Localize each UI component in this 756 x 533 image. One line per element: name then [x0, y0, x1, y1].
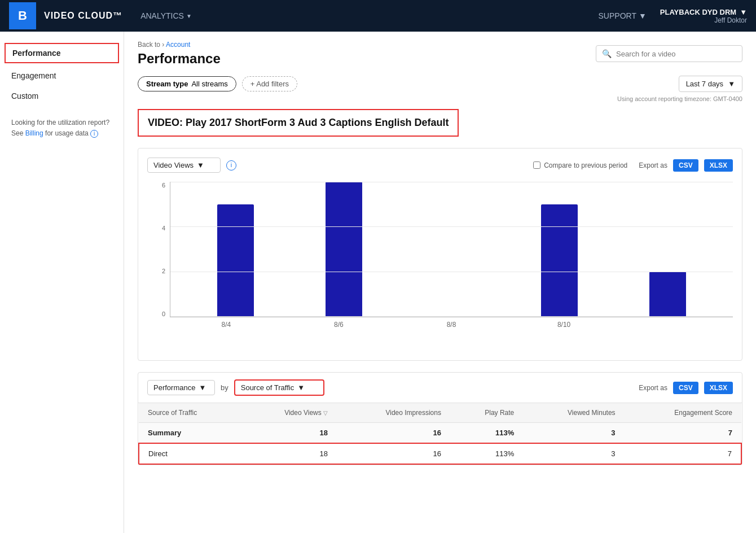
data-table: Source of Traffic Video Views ▽ Video Im… — [138, 403, 742, 465]
add-filter-button[interactable]: + Add filters — [242, 76, 297, 91]
table-toolbar: Performance ▼ by Source of Traffic ▼ Exp… — [138, 373, 742, 403]
x-tick-8-4: 8/4 — [170, 321, 283, 329]
y-tick-4: 4 — [162, 225, 165, 231]
bar-chart — [170, 182, 733, 317]
sidebar-util: Looking for the utilization report? See … — [0, 106, 124, 139]
analytics-menu[interactable]: ANALYTICS ▼ — [140, 11, 192, 20]
support-caret-icon: ▼ — [639, 11, 647, 20]
table-row-direct: Direct 18 16 113% 3 7 — [139, 443, 741, 464]
summary-video-views: 18 — [242, 423, 337, 444]
top-navigation: B VIDEO CLOUD™ ANALYTICS ▼ SUPPORT ▼ PLA… — [0, 0, 756, 32]
export-xlsx-button[interactable]: XLSX — [704, 159, 733, 172]
account-menu[interactable]: PLAYBACK DYD DRM ▼ Jeff Doktor — [660, 8, 747, 24]
summary-video-impressions: 16 — [337, 423, 450, 444]
info-icon[interactable]: i — [90, 130, 98, 138]
sort-icon: ▽ — [323, 410, 328, 416]
dimension-caret-icon: ▼ — [297, 383, 305, 392]
chart-section: Video Views ▼ i Compare to previous peri… — [138, 148, 742, 361]
summary-engagement-score: 7 — [625, 423, 741, 444]
sidebar-item-custom[interactable]: Custom — [0, 86, 124, 106]
summary-viewed-minutes: 3 — [523, 423, 624, 444]
direct-engagement-score: 7 — [625, 443, 741, 464]
by-label: by — [221, 383, 228, 392]
bar-8-6 — [326, 182, 362, 317]
dimension-dropdown[interactable]: Source of Traffic ▼ — [234, 379, 324, 396]
x-tick-8-8: 8/8 — [395, 321, 508, 329]
direct-play-rate: 113% — [450, 443, 523, 464]
billing-link[interactable]: Billing — [25, 129, 43, 137]
direct-video-views: 18 — [242, 443, 337, 464]
export-csv-button[interactable]: CSV — [673, 159, 698, 172]
main-content: Back to › Account Performance 🔍 Stream t… — [124, 32, 756, 533]
col-video-views[interactable]: Video Views ▽ — [242, 403, 337, 423]
chart-toolbar: Video Views ▼ i Compare to previous peri… — [147, 158, 733, 173]
brand-name: VIDEO CLOUD™ — [44, 11, 122, 21]
x-tick-8-6: 8/6 — [283, 321, 395, 329]
y-tick-6: 6 — [162, 182, 165, 189]
summary-source: Summary — [139, 423, 242, 444]
sidebar: Performance Engagement Custom Looking fo… — [0, 32, 124, 533]
toolbar-row: Stream type All streams + Add filters La… — [138, 76, 742, 92]
col-video-impressions[interactable]: Video Impressions — [337, 403, 450, 423]
support-menu[interactable]: SUPPORT ▼ — [599, 11, 647, 20]
table-header-row: Source of Traffic Video Views ▽ Video Im… — [139, 403, 741, 423]
summary-play-rate: 113% — [450, 423, 523, 444]
compare-checkbox[interactable] — [533, 161, 540, 169]
x-axis: 8/4 8/6 8/8 8/10 — [170, 317, 733, 329]
x-tick-empty — [620, 321, 733, 329]
chart-info-icon[interactable]: i — [226, 160, 236, 171]
bar-8-10-a — [541, 204, 578, 317]
brand-logo: B — [9, 2, 36, 29]
direct-video-impressions: 16 — [337, 443, 450, 464]
export-label: Export as — [639, 161, 667, 169]
analytics-caret-icon: ▼ — [186, 13, 192, 19]
table-section: Performance ▼ by Source of Traffic ▼ Exp… — [138, 372, 742, 465]
col-engagement-score[interactable]: Engagement Score — [625, 403, 741, 423]
date-range-dropdown[interactable]: Last 7 days ▼ — [679, 76, 742, 92]
search-input[interactable] — [616, 50, 729, 58]
table-metric-dropdown[interactable]: Performance ▼ — [147, 380, 215, 395]
compare-checkbox-group: Compare to previous period — [533, 161, 627, 169]
y-tick-0: 0 — [162, 311, 165, 317]
date-caret-icon: ▼ — [728, 80, 735, 88]
search-bar[interactable]: 🔍 — [596, 45, 742, 62]
table-export-xlsx-button[interactable]: XLSX — [704, 382, 733, 394]
timezone-note: Using account reporting timezone: GMT-04… — [138, 95, 742, 102]
header-section: Back to › Account Performance 🔍 — [138, 41, 742, 76]
direct-viewed-minutes: 3 — [523, 443, 624, 464]
table-export-label: Export as — [639, 384, 667, 392]
table-export-csv-button[interactable]: CSV — [673, 382, 698, 394]
breadcrumb: Back to › Account — [138, 41, 596, 49]
video-title-banner: VIDEO: Play 2017 ShortForm 3 Aud 3 Capti… — [138, 109, 459, 137]
x-tick-8-10: 8/10 — [508, 321, 621, 329]
main-layout: Performance Engagement Custom Looking fo… — [0, 32, 756, 533]
sidebar-item-performance[interactable]: Performance — [5, 43, 119, 63]
stream-type-filter[interactable]: Stream type All streams — [138, 76, 236, 91]
y-tick-2: 2 — [162, 268, 165, 274]
direct-source: Direct — [139, 443, 242, 464]
metric-caret-icon: ▼ — [197, 161, 204, 169]
page-title: Performance — [138, 51, 596, 67]
bar-8-10-b — [649, 272, 686, 317]
table-row-summary: Summary 18 16 113% 3 7 — [139, 423, 741, 444]
account-caret-icon: ▼ — [740, 8, 747, 16]
col-viewed-minutes[interactable]: Viewed Minutes — [523, 403, 624, 423]
col-source: Source of Traffic — [139, 403, 242, 423]
col-play-rate[interactable]: Play Rate — [450, 403, 523, 423]
sidebar-item-engagement[interactable]: Engagement — [0, 65, 124, 86]
breadcrumb-account-link[interactable]: Account — [166, 41, 190, 49]
bar-8-4 — [217, 204, 254, 317]
table-metric-caret-icon: ▼ — [199, 383, 206, 392]
search-icon: 🔍 — [602, 49, 612, 58]
chart-metric-dropdown[interactable]: Video Views ▼ — [147, 158, 221, 173]
